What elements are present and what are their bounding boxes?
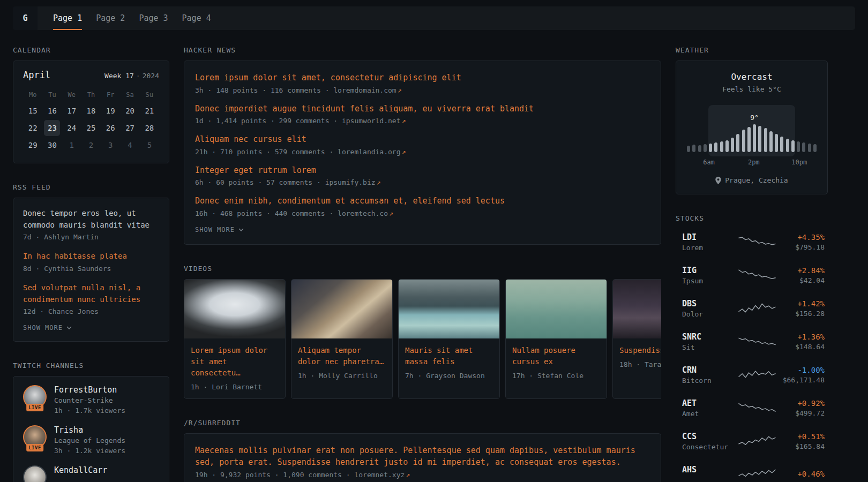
hn-item-link[interactable]: Integer eget rutrum lorem	[195, 164, 650, 177]
external-link-icon: ↗	[377, 178, 381, 186]
hn-item-stats: 21h · 710 points · 579 comments · loreml…	[195, 148, 401, 156]
weather-bar	[758, 126, 761, 152]
video-card[interactable]: Aliquam tempor dolor nec pharetra… 1h · …	[291, 279, 393, 399]
stock-sparkline	[738, 400, 776, 416]
video-card[interactable]: Mauris sit amet massa felis 7h · Grayson…	[398, 279, 500, 399]
stock-price: $795.18	[776, 243, 825, 251]
video-card[interactable]: Suspendisse diam 18h · Tara	[612, 279, 661, 399]
stock-row[interactable]: AHS +0.46%	[676, 458, 828, 482]
rss-item-link[interactable]: Donec tempor eros leo, ut commodo mauris…	[23, 208, 159, 231]
weather-bar	[764, 128, 767, 152]
rss-item: Sed volutpat nulla nisl, a condimentum n…	[23, 282, 159, 315]
twitch-channel[interactable]: LIVE ForrestBurton Counter-Strike 1h · 1…	[23, 385, 159, 415]
calendar-day-name: We	[68, 91, 75, 99]
stock-sparkline	[738, 334, 776, 350]
calendar-day: 25	[83, 120, 99, 136]
subreddit-item-link[interactable]: Maecenas mollis pulvinar erat non posuer…	[195, 445, 650, 469]
calendar-day-name: Sa	[126, 91, 133, 99]
twitch-channel[interactable]: LIVE Trisha League of Legends 3h · 1.2k …	[23, 425, 159, 455]
video-title[interactable]: Suspendisse diam	[619, 345, 661, 356]
video-thumbnail[interactable]	[613, 280, 661, 338]
weather-bar	[731, 138, 734, 152]
stock-name	[682, 476, 738, 482]
live-badge: LIVE	[26, 404, 43, 411]
channel-meta: 1h · 1.7k viewers	[54, 406, 125, 415]
twitch-channel[interactable]: KendallCarr	[23, 465, 159, 482]
video-thumbnail[interactable]	[399, 280, 499, 338]
video-thumbnail[interactable]	[184, 280, 285, 338]
calendar-week-year: Week 17·2024	[104, 72, 159, 80]
stock-change: +0.92%	[776, 399, 825, 408]
subreddit-items: Maecenas mollis pulvinar erat non posuer…	[195, 445, 650, 479]
video-title[interactable]: Mauris sit amet massa felis	[405, 345, 493, 367]
stock-values: -1.00% $66,171.48	[776, 366, 825, 384]
hn-show-more-button[interactable]: SHOW MORE	[195, 226, 244, 234]
weather-card: Overcast Feels like 5°C 9° 6am2pm10pm Pr…	[676, 61, 828, 194]
calendar-day: 26	[102, 120, 118, 136]
stock-row[interactable]: LDI Lorem +4.35% $795.18	[676, 225, 828, 259]
app-logo[interactable]: G	[13, 6, 38, 30]
channel-name[interactable]: Trisha	[54, 425, 125, 435]
weather-location: Prague, Czechia	[685, 176, 819, 184]
hn-item-link[interactable]: Lorem ipsum dolor sit amet, consectetur …	[195, 72, 650, 84]
video-thumbnail[interactable]	[506, 280, 607, 338]
video-thumbnail[interactable]	[291, 280, 392, 338]
stock-row[interactable]: IIG Ipsum +2.84% $42.04	[676, 259, 828, 292]
weather-location-label: Prague, Czechia	[725, 176, 788, 184]
calendar-widget-title: CALENDAR	[13, 46, 169, 54]
page-tab[interactable]: Page 2	[89, 6, 132, 30]
hn-item-meta: 6h · 60 points · 57 comments · ipsumify.…	[195, 178, 650, 186]
video-meta: 1h · Molly Carrillo	[298, 372, 386, 380]
stock-row[interactable]: AET Amet +0.92% $499.72	[676, 391, 828, 425]
hn-item-meta: 1d · 1,414 points · 299 comments · ipsum…	[195, 117, 650, 125]
top-navbar: G Page 1 Page 2 Page 3 Page 4	[13, 6, 855, 30]
stock-row[interactable]: CRN Bitcorn -1.00% $66,171.48	[676, 358, 828, 391]
hn-item-link[interactable]: Donec enim nibh, condimentum et accumsan…	[195, 195, 650, 207]
stock-change: -1.00%	[776, 366, 825, 374]
weather-bar	[813, 144, 817, 152]
weather-peak-temp: 9°	[750, 114, 759, 122]
weather-bar	[808, 144, 811, 152]
stock-change: +1.42%	[776, 299, 825, 308]
stock-name: Lorem	[682, 244, 738, 252]
stock-price: $148.64	[776, 343, 825, 351]
weather-bar	[791, 140, 795, 152]
page-tab[interactable]: Page 1	[46, 6, 89, 30]
stock-row[interactable]: DBS Dolor +1.42% $156.28	[676, 292, 828, 325]
stock-row[interactable]: SNRC Sit +1.36% $148.64	[676, 325, 828, 358]
calendar-day: 21	[141, 103, 158, 119]
hn-item-meta: 21h · 710 points · 579 comments · loreml…	[195, 148, 650, 156]
rss-item-link[interactable]: In hac habitasse platea	[23, 251, 159, 262]
video-card[interactable]: Lorem ipsum dolor sit amet consectetu… 1…	[184, 279, 286, 399]
video-title[interactable]: Nullam posuere cursus ex	[512, 345, 600, 367]
hn-item-link[interactable]: Aliquam nec cursus elit	[195, 133, 650, 146]
videos-row[interactable]: Lorem ipsum dolor sit amet consectetu… 1…	[184, 279, 661, 399]
video-title[interactable]: Lorem ipsum dolor sit amet consectetu…	[191, 345, 279, 379]
calendar-day-name: Su	[146, 91, 153, 99]
calendar-month: April	[23, 70, 50, 80]
stock-name: Bitcorn	[682, 376, 738, 385]
calendar-day: 22	[25, 120, 41, 136]
video-card[interactable]: Nullam posuere cursus ex 17h · Stefan Co…	[505, 279, 607, 399]
weather-bar	[742, 130, 745, 152]
rss-card: Donec tempor eros leo, ut commodo mauris…	[13, 198, 169, 342]
stock-sparkline	[738, 234, 776, 250]
weather-bar	[747, 127, 751, 152]
page-tab[interactable]: Page 3	[132, 6, 175, 30]
channel-name[interactable]: ForrestBurton	[54, 385, 125, 395]
stock-symbol: LDI	[682, 232, 738, 242]
video-title[interactable]: Aliquam tempor dolor nec pharetra…	[298, 345, 386, 367]
rss-item-meta: 7d · Ashlyn Martin	[23, 233, 159, 241]
avatar: LIVE	[23, 385, 47, 409]
video-body: Lorem ipsum dolor sit amet consectetu… 1…	[184, 338, 285, 398]
channel-name[interactable]: KendallCarr	[54, 465, 107, 475]
external-link-icon: ↗	[389, 209, 393, 217]
stock-row[interactable]: CCS Consectetur +0.51% $165.84	[676, 425, 828, 458]
rss-item-link[interactable]: Sed volutpat nulla nisl, a condimentum n…	[23, 282, 159, 305]
hn-item-link[interactable]: Donec imperdiet augue tincidunt felis al…	[195, 103, 650, 115]
page-tab[interactable]: Page 4	[175, 6, 218, 30]
rss-show-more-button[interactable]: SHOW MORE	[23, 324, 72, 332]
stock-symbol: IIG	[682, 266, 738, 275]
weather-bar	[775, 134, 778, 152]
twitch-widget: TWITCH CHANNELS LIVE ForrestBurton Count…	[13, 362, 169, 482]
